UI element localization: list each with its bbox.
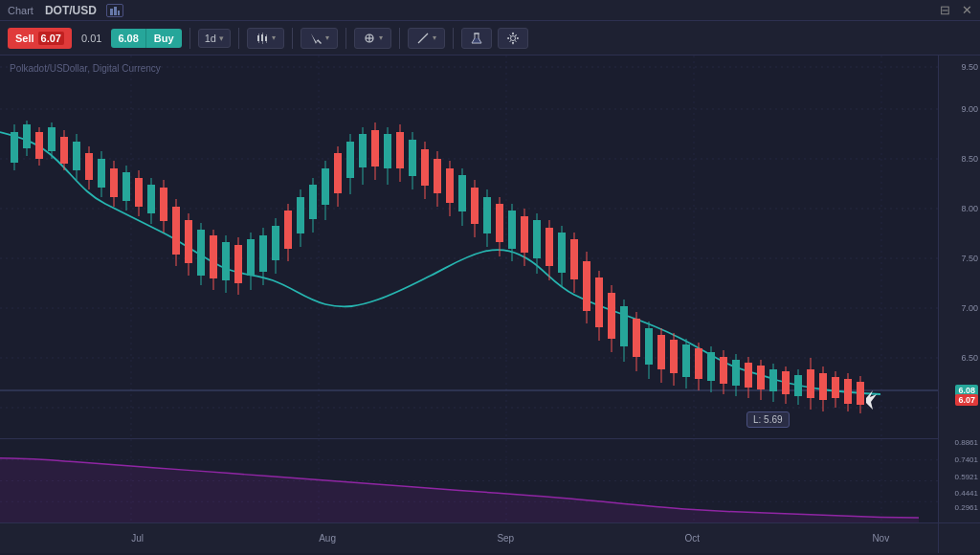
svg-rect-140 — [682, 344, 690, 377]
svg-rect-58 — [172, 207, 180, 255]
indicator-label-3: 0.5921 — [955, 472, 978, 480]
svg-rect-6 — [262, 33, 263, 44]
svg-rect-116 — [533, 220, 541, 258]
svg-rect-38 — [48, 127, 56, 151]
svg-rect-1 — [114, 7, 117, 15]
svg-rect-78 — [297, 197, 304, 233]
x-label-nov: Nov — [872, 533, 889, 544]
svg-rect-112 — [508, 211, 516, 249]
indicator-label-5: 0.2961 — [955, 503, 978, 512]
price-label-700: 7.00 — [961, 303, 978, 313]
window-controls[interactable]: ⊟ ✕ — [940, 3, 972, 17]
svg-rect-110 — [496, 204, 503, 242]
buy-button[interactable]: Buy — [145, 29, 182, 48]
sell-button[interactable]: Sell 6.07 — [8, 28, 72, 49]
price-label-850: 8.50 — [961, 154, 978, 164]
x-label-sep: Sep — [497, 533, 514, 544]
svg-rect-142 — [695, 348, 702, 379]
svg-rect-128 — [608, 293, 615, 339]
svg-rect-152 — [757, 366, 765, 389]
svg-rect-46 — [98, 159, 105, 188]
separator-6 — [453, 28, 454, 49]
svg-rect-138 — [670, 340, 678, 373]
svg-rect-90 — [371, 130, 379, 166]
svg-rect-94 — [396, 132, 404, 168]
svg-rect-108 — [483, 197, 491, 233]
svg-rect-42 — [73, 142, 80, 170]
svg-rect-134 — [645, 328, 653, 365]
svg-rect-2 — [118, 11, 120, 15]
minimize-icon[interactable]: ⊟ — [940, 3, 950, 17]
svg-rect-124 — [583, 261, 590, 311]
svg-rect-88 — [359, 134, 367, 167]
svg-rect-4 — [258, 33, 259, 43]
indicator-label-2: 0.7401 — [955, 455, 978, 464]
chevron-down-icon-4: ▾ — [433, 33, 436, 42]
svg-rect-62 — [197, 230, 205, 276]
timeframe-selector[interactable]: 1d — [198, 29, 231, 48]
buy-price-group: 6.08 Buy — [111, 29, 181, 48]
svg-rect-146 — [720, 357, 727, 384]
title-bar: Chart DOT/USD ⊟ ✕ — [0, 0, 980, 21]
svg-rect-72 — [259, 235, 267, 272]
svg-point-14 — [510, 35, 515, 40]
toolbar: Sell 6.07 0.01 6.08 Buy 1d ▾ ▾ — [0, 21, 980, 56]
svg-rect-64 — [210, 235, 217, 278]
chevron-down-icon-3: ▾ — [379, 33, 383, 42]
svg-rect-164 — [832, 377, 839, 398]
main-chart-canvas[interactable] — [0, 56, 938, 438]
y-axis-indicator: 0.8861 0.7401 0.5921 0.4441 0.2961 — [938, 438, 980, 522]
svg-rect-168 — [857, 382, 864, 405]
svg-rect-102 — [446, 168, 454, 203]
svg-rect-118 — [546, 228, 553, 266]
price-label-650: 6.50 — [961, 353, 978, 363]
anchor-tool-button[interactable]: ▾ — [354, 28, 391, 49]
svg-rect-66 — [222, 242, 230, 280]
svg-rect-86 — [346, 142, 354, 178]
separator-3 — [292, 28, 293, 49]
separator-5 — [399, 28, 400, 49]
svg-rect-56 — [160, 188, 167, 221]
svg-rect-50 — [122, 172, 130, 201]
svg-rect-148 — [732, 360, 740, 386]
svg-rect-106 — [471, 188, 479, 224]
svg-rect-126 — [595, 278, 603, 327]
svg-rect-130 — [620, 306, 628, 346]
svg-rect-82 — [322, 168, 329, 205]
chart-container[interactable]: Polkadot/USDollar, Digital Currency — [0, 56, 980, 553]
svg-rect-68 — [234, 245, 242, 283]
svg-rect-60 — [185, 220, 192, 263]
svg-rect-150 — [745, 363, 752, 388]
close-icon[interactable]: ✕ — [962, 3, 972, 17]
x-label-jul: Jul — [131, 533, 144, 544]
candlestick-type-button[interactable]: ▾ — [247, 28, 284, 49]
svg-rect-98 — [421, 149, 429, 186]
svg-rect-120 — [558, 233, 566, 273]
svg-rect-158 — [794, 375, 802, 396]
svg-rect-160 — [807, 369, 814, 398]
price-label-800: 8.00 — [961, 204, 978, 213]
svg-rect-104 — [458, 175, 466, 211]
line-tool-button[interactable]: ▾ — [408, 28, 445, 49]
chart-type-icon[interactable] — [106, 4, 123, 17]
change-value: 0.01 — [78, 33, 105, 44]
settings-button[interactable] — [498, 28, 528, 49]
svg-rect-34 — [23, 124, 31, 148]
cursor-tool-button[interactable]: ▾ — [301, 28, 338, 49]
separator-1 — [189, 28, 190, 49]
svg-rect-154 — [769, 369, 777, 391]
svg-rect-80 — [309, 185, 317, 219]
chart-symbol: DOT/USD — [45, 4, 97, 17]
svg-rect-156 — [782, 371, 790, 394]
svg-rect-48 — [110, 168, 118, 197]
separator-4 — [345, 28, 346, 49]
indicator-label-4: 0.4441 — [955, 489, 978, 498]
indicators-button[interactable] — [461, 28, 492, 49]
svg-rect-32 — [11, 132, 18, 163]
low-price-tooltip: L: 5.69 — [746, 411, 790, 428]
svg-rect-76 — [284, 211, 292, 249]
svg-rect-122 — [570, 239, 578, 279]
svg-line-12 — [418, 33, 428, 43]
price-label-950: 9.50 — [961, 62, 978, 72]
indicator-chart-canvas — [0, 438, 938, 522]
